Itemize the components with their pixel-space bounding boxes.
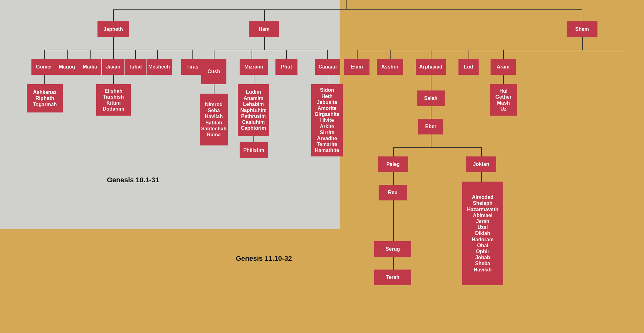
mizraim-node: Mizraim xyxy=(240,59,268,75)
tubal-v xyxy=(135,50,136,59)
gomer-node: Gomer xyxy=(31,59,57,75)
javan-node: Javan xyxy=(102,59,124,75)
joktan-node: Joktan xyxy=(466,156,496,172)
nimrod-node: Nimrod Seba Havilah Sabtah Sabtechah Ram… xyxy=(200,94,228,145)
japheth-node: Japheth xyxy=(97,21,129,37)
gomer-v xyxy=(44,50,45,59)
javan-child-v xyxy=(113,75,114,84)
ham-children-h xyxy=(214,50,327,50)
shem-children-h xyxy=(357,50,627,50)
meshech-node: Meshech xyxy=(147,59,172,75)
elam-v xyxy=(357,50,358,59)
noah-line xyxy=(346,0,347,9)
eber-down xyxy=(431,134,431,147)
lud-node: Lud xyxy=(458,59,479,75)
terah-v xyxy=(393,257,394,270)
peleg-node: Peleg xyxy=(378,156,408,172)
serug-node: Serug xyxy=(374,241,411,257)
meshech-v xyxy=(157,50,158,59)
hul-node: Hul Gether Mash Uz xyxy=(490,84,517,116)
canaan-node: Canaan xyxy=(315,59,340,75)
peleg-joktan-h xyxy=(393,147,481,148)
almodad-node: Almodad Sheleph Hazarmaveth Abimael Jera… xyxy=(462,182,503,285)
ham-node: Ham xyxy=(249,21,279,37)
reu-down xyxy=(393,200,394,232)
peleg-v xyxy=(393,147,394,156)
eber-node: Eber xyxy=(418,119,443,134)
gomer-child-v xyxy=(44,75,45,84)
japheth-down xyxy=(113,37,114,50)
tiras-v xyxy=(192,50,193,59)
tubal-node: Tubal xyxy=(125,59,146,75)
genesis-11-citation: Genesis 11.10-32 xyxy=(236,254,292,263)
ham-top-line xyxy=(264,9,265,22)
lud-v xyxy=(469,50,469,59)
shem-top-line xyxy=(582,9,582,22)
peleg-reu-v xyxy=(393,172,394,185)
canaan-v xyxy=(327,50,328,59)
cush-node: Cush xyxy=(201,59,226,84)
magog-node: Magog xyxy=(55,59,79,75)
asshur-node: Asshur xyxy=(377,59,403,75)
aram-v xyxy=(503,50,504,59)
elam-node: Elam xyxy=(344,59,369,75)
salah-node: Salah xyxy=(417,90,445,106)
japheth-top-line xyxy=(113,9,114,22)
ludim-node: Ludim Anamim Lehabim Naphtuhim Pathrusim… xyxy=(238,84,269,136)
genesis-10-citation: Genesis 10.1-31 xyxy=(107,176,159,184)
ham-down xyxy=(264,37,265,50)
javan-v xyxy=(113,50,114,59)
top-line xyxy=(113,9,582,10)
sidon-node: Sidon Heth Jebusite Amorite Girgashite H… xyxy=(311,84,343,156)
phut-v xyxy=(286,50,287,59)
tan-bottom-section xyxy=(0,229,340,333)
canaan-child-v xyxy=(328,75,328,84)
reu-node: Reu xyxy=(379,185,407,200)
gray-section xyxy=(0,0,340,229)
salah-eber-v xyxy=(431,106,431,119)
joktan-v xyxy=(481,147,482,156)
aram-node: Aram xyxy=(491,59,516,75)
arphaxad-node: Arphaxad xyxy=(416,59,446,75)
arphaxad-salah-v xyxy=(431,75,431,90)
terah-node: Terah xyxy=(374,270,411,285)
philistim-node: Philistim xyxy=(240,142,268,158)
japheth-children-h xyxy=(44,50,192,50)
elishah-node: Elishah Tarshish Kittim Dodanim xyxy=(96,84,131,116)
asshur-v xyxy=(390,50,391,59)
madai-node: Madai xyxy=(79,59,101,75)
cush-child-v xyxy=(214,84,214,94)
philistim-v xyxy=(253,136,254,142)
arphaxad-v xyxy=(431,50,431,59)
mizraim-child-v xyxy=(254,75,254,84)
ashkenaz-node: Ashkenaz Riphath Togarmah xyxy=(27,84,63,112)
serug-top-v xyxy=(393,232,394,241)
shem-node: Shem xyxy=(567,21,597,37)
tiras-node: Tiras xyxy=(181,59,204,75)
joktan-child-v xyxy=(481,172,482,182)
aram-child-v xyxy=(503,75,504,84)
shem-down xyxy=(582,37,583,50)
madai-v xyxy=(90,50,91,59)
mizraim-v xyxy=(252,50,252,59)
magog-v xyxy=(67,50,68,59)
phut-node: Phut xyxy=(275,59,297,75)
cush-v xyxy=(214,50,214,59)
